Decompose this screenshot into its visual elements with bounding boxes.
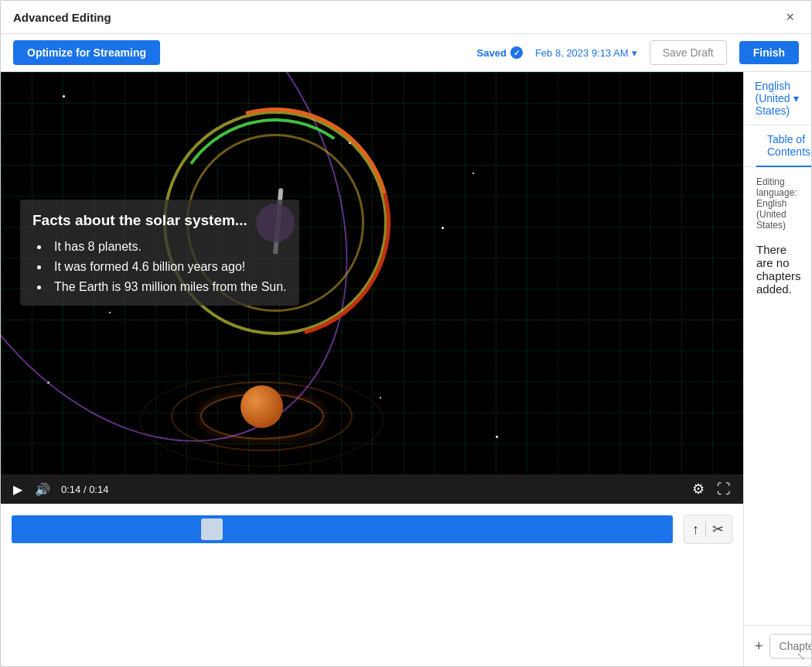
settings-icon: ⚙ xyxy=(692,481,705,498)
timeline-track[interactable] xyxy=(12,515,673,543)
no-chapters-text: There are no chapters added. xyxy=(756,243,799,296)
timeline-thumb[interactable] xyxy=(201,518,223,540)
main-window: Advanced Editing × Optimize for Streamin… xyxy=(0,0,812,667)
date-stamp[interactable]: Feb 8, 2023 9:13 AM ▾ xyxy=(535,47,637,59)
tool-separator xyxy=(705,522,706,537)
caption-item-2: It was formed 4.6 billion years ago! xyxy=(37,257,287,277)
video-container: Facts about the solar system... It has 8… xyxy=(1,72,743,504)
language-label: English (United States) xyxy=(755,80,790,117)
language-button[interactable]: English (United States) ▾ xyxy=(755,80,799,117)
time-display: 0:14 / 0:14 xyxy=(61,484,108,495)
timeline-container[interactable] xyxy=(12,515,673,543)
play-button[interactable]: ▶ xyxy=(12,481,24,498)
fullscreen-icon: ⛶ xyxy=(717,481,731,498)
saved-status: Saved ✓ xyxy=(477,46,523,59)
tab-table-of-contents[interactable]: Table of Contents xyxy=(756,125,811,167)
window-title: Advanced Editing xyxy=(13,11,111,24)
up-arrow-icon: ↑ xyxy=(692,522,699,538)
play-icon: ▶ xyxy=(13,482,22,497)
timeline-up-button[interactable]: ↑ xyxy=(692,522,699,538)
star xyxy=(380,397,381,398)
main-content: Facts about the solar system... It has 8… xyxy=(1,72,811,666)
title-bar: Advanced Editing × xyxy=(1,1,811,34)
captions-overlay: Facts about the solar system... It has 8… xyxy=(20,200,299,306)
saved-check-icon: ✓ xyxy=(510,46,523,59)
volume-icon: 🔊 xyxy=(35,482,50,497)
editing-language-label: Editing language: English (United States… xyxy=(756,176,799,231)
scissors-icon: ✂ xyxy=(712,521,724,538)
timeline-area: ↑ ✂ xyxy=(1,504,743,666)
language-selector: English (United States) ▾ xyxy=(744,72,811,125)
toolbar: Optimize for Streaming Saved ✓ Feb 8, 20… xyxy=(1,34,811,72)
volume-button[interactable]: 🔊 xyxy=(33,481,52,498)
timeline-scissors-button[interactable]: ✂ xyxy=(712,521,724,538)
saved-label: Saved xyxy=(477,47,507,59)
caption-title: Facts about the solar system... xyxy=(32,209,287,232)
resize-handle[interactable]: ⤡ xyxy=(797,650,806,662)
star xyxy=(496,436,498,438)
finish-button[interactable]: Finish xyxy=(739,41,799,64)
video-canvas: Facts about the solar system... It has 8… xyxy=(1,72,743,474)
panel-content: Editing language: English (United States… xyxy=(744,167,811,625)
resize-icon: ⤡ xyxy=(797,650,806,662)
save-draft-button[interactable]: Save Draft xyxy=(650,40,727,65)
close-button[interactable]: × xyxy=(781,9,799,26)
video-controls: ▶ 🔊 0:14 / 0:14 ⚙ ⛶ xyxy=(1,474,743,504)
caption-list: It has 8 planets. It was formed 4.6 bill… xyxy=(32,237,287,296)
settings-button[interactable]: ⚙ xyxy=(691,479,706,499)
timeline-tools: ↑ ✂ xyxy=(684,515,732,544)
caption-item-3: The Earth is 93 million miles from the S… xyxy=(37,277,287,297)
star xyxy=(442,227,444,229)
tabs: Table of Contents Closed Captions xyxy=(744,125,811,167)
video-panel: Facts about the solar system... It has 8… xyxy=(1,72,744,666)
right-panel: English (United States) ▾ Table of Conte… xyxy=(744,72,811,666)
optimize-button[interactable]: Optimize for Streaming xyxy=(13,40,160,65)
timeline-wrapper: ↑ ✂ xyxy=(12,515,732,544)
chevron-down-icon: ▾ xyxy=(793,92,799,104)
add-chapter-button[interactable]: + xyxy=(755,638,763,655)
caption-item-1: It has 8 planets. xyxy=(37,237,287,257)
planet xyxy=(241,385,283,428)
fullscreen-button[interactable]: ⛶ xyxy=(715,480,732,499)
star xyxy=(473,173,474,174)
